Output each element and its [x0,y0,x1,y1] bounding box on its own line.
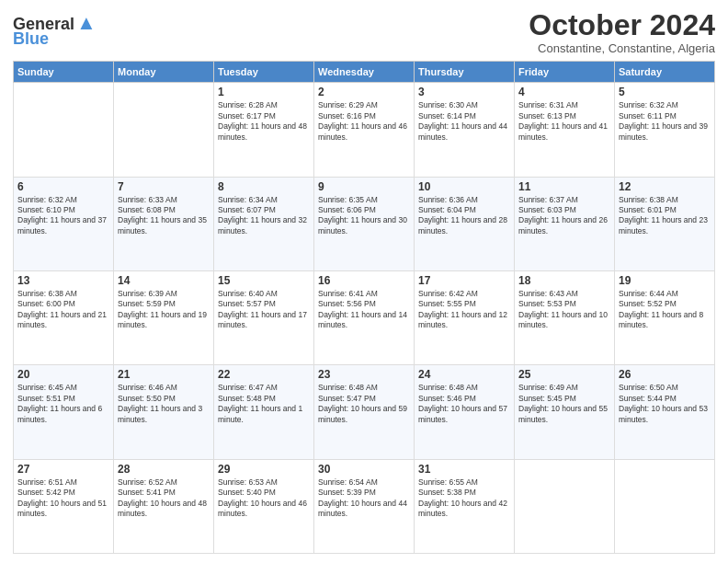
calendar-cell-w3-d5: 17Sunrise: 6:42 AMSunset: 5:55 PMDayligh… [415,270,515,364]
calendar-cell-w2-d4: 9Sunrise: 6:35 AMSunset: 6:06 PMDaylight… [314,177,415,270]
month-title: October 2024 [529,9,715,41]
calendar-cell-w4-d5: 24Sunrise: 6:48 AMSunset: 5:46 PMDayligh… [415,365,515,459]
day-number: 23 [318,368,410,381]
calendar-cell-w4-d6: 25Sunrise: 6:49 AMSunset: 5:45 PMDayligh… [515,365,615,459]
calendar-cell-w3-d6: 18Sunrise: 6:43 AMSunset: 5:53 PMDayligh… [515,270,615,364]
calendar-week-5: 27Sunrise: 6:51 AMSunset: 5:42 PMDayligh… [14,459,715,553]
calendar-cell-w5-d4: 30Sunrise: 6:54 AMSunset: 5:39 PMDayligh… [314,459,415,553]
col-tuesday: Tuesday [214,62,314,83]
day-number: 31 [418,463,510,476]
cell-info: Sunrise: 6:28 AMSunset: 6:17 PMDaylight:… [218,100,307,141]
cell-info: Sunrise: 6:41 AMSunset: 5:56 PMDaylight:… [318,289,407,329]
logo-blue: Blue [13,29,49,49]
day-number: 6 [17,180,109,193]
calendar-cell-w2-d6: 11Sunrise: 6:37 AMSunset: 6:03 PMDayligh… [515,177,615,270]
cell-info: Sunrise: 6:33 AMSunset: 6:08 PMDaylight:… [118,195,207,236]
calendar-cell-w5-d2: 28Sunrise: 6:52 AMSunset: 5:41 PMDayligh… [114,459,214,553]
cell-info: Sunrise: 6:53 AMSunset: 5:40 PMDaylight:… [218,477,307,518]
cell-info: Sunrise: 6:50 AMSunset: 5:44 PMDaylight:… [619,383,708,423]
calendar-cell-w3-d3: 15Sunrise: 6:40 AMSunset: 5:57 PMDayligh… [214,270,314,364]
cell-info: Sunrise: 6:30 AMSunset: 6:14 PMDaylight:… [418,100,507,141]
day-number: 20 [17,368,109,381]
day-number: 16 [318,274,410,287]
title-area: October 2024 Constantine, Constantine, A… [529,9,715,55]
calendar-cell-w4-d3: 22Sunrise: 6:47 AMSunset: 5:48 PMDayligh… [214,365,314,459]
cell-info: Sunrise: 6:34 AMSunset: 6:07 PMDaylight:… [218,195,307,236]
calendar-week-4: 20Sunrise: 6:45 AMSunset: 5:51 PMDayligh… [14,365,715,459]
calendar-cell-w2-d2: 7Sunrise: 6:33 AMSunset: 6:08 PMDaylight… [114,177,214,270]
cell-info: Sunrise: 6:42 AMSunset: 5:55 PMDaylight:… [418,289,507,329]
day-number: 27 [17,463,109,476]
calendar-week-1: 1Sunrise: 6:28 AMSunset: 6:17 PMDaylight… [14,83,715,177]
page: General▲ Blue October 2024 Constantine, … [0,0,728,563]
day-number: 29 [218,463,310,476]
col-saturday: Saturday [615,62,715,83]
cell-info: Sunrise: 6:31 AMSunset: 6:13 PMDaylight:… [518,100,608,141]
cell-info: Sunrise: 6:54 AMSunset: 5:39 PMDaylight:… [318,477,407,518]
day-number: 24 [418,368,510,381]
calendar-cell-w4-d2: 21Sunrise: 6:46 AMSunset: 5:50 PMDayligh… [114,365,214,459]
calendar-header-row: Sunday Monday Tuesday Wednesday Thursday… [14,62,715,83]
cell-info: Sunrise: 6:38 AMSunset: 6:00 PMDaylight:… [17,289,107,329]
day-number: 3 [418,86,510,98]
calendar-cell-w2-d1: 6Sunrise: 6:32 AMSunset: 6:10 PMDaylight… [14,177,114,270]
day-number: 25 [518,368,610,381]
day-number: 1 [218,86,310,98]
day-number: 8 [218,180,310,193]
day-number: 30 [318,463,410,476]
calendar-cell-w5-d3: 29Sunrise: 6:53 AMSunset: 5:40 PMDayligh… [214,459,314,553]
cell-info: Sunrise: 6:47 AMSunset: 5:48 PMDaylight:… [218,383,302,423]
calendar-cell-w4-d7: 26Sunrise: 6:50 AMSunset: 5:44 PMDayligh… [615,365,715,459]
calendar-cell-w5-d6 [515,459,615,553]
day-number: 7 [118,180,210,193]
cell-info: Sunrise: 6:44 AMSunset: 5:52 PMDaylight:… [619,289,703,329]
day-number: 5 [619,86,711,98]
col-sunday: Sunday [14,62,114,83]
cell-info: Sunrise: 6:32 AMSunset: 6:10 PMDaylight:… [17,195,107,236]
day-number: 4 [518,86,610,98]
day-number: 17 [418,274,510,287]
calendar-cell-w3-d4: 16Sunrise: 6:41 AMSunset: 5:56 PMDayligh… [314,270,415,364]
cell-info: Sunrise: 6:35 AMSunset: 6:06 PMDaylight:… [318,195,407,236]
day-number: 14 [118,274,210,287]
calendar-cell-w3-d1: 13Sunrise: 6:38 AMSunset: 6:00 PMDayligh… [14,270,114,364]
day-number: 12 [619,180,711,193]
day-number: 2 [318,86,410,98]
calendar-week-2: 6Sunrise: 6:32 AMSunset: 6:10 PMDaylight… [14,177,715,270]
day-number: 11 [518,180,610,193]
calendar-cell-w1-d4: 2Sunrise: 6:29 AMSunset: 6:16 PMDaylight… [314,83,415,177]
cell-info: Sunrise: 6:39 AMSunset: 5:59 PMDaylight:… [118,289,207,329]
calendar-cell-w1-d5: 3Sunrise: 6:30 AMSunset: 6:14 PMDaylight… [415,83,515,177]
day-number: 18 [518,274,610,287]
day-number: 21 [118,368,210,381]
logo: General▲ Blue [13,13,97,49]
calendar-cell-w3-d2: 14Sunrise: 6:39 AMSunset: 5:59 PMDayligh… [114,270,214,364]
cell-info: Sunrise: 6:49 AMSunset: 5:45 PMDaylight:… [518,383,608,423]
calendar-week-3: 13Sunrise: 6:38 AMSunset: 6:00 PMDayligh… [14,270,715,364]
cell-info: Sunrise: 6:55 AMSunset: 5:38 PMDaylight:… [418,477,507,518]
calendar-cell-w2-d3: 8Sunrise: 6:34 AMSunset: 6:07 PMDaylight… [214,177,314,270]
cell-info: Sunrise: 6:38 AMSunset: 6:01 PMDaylight:… [619,195,708,236]
cell-info: Sunrise: 6:48 AMSunset: 5:47 PMDaylight:… [318,383,407,423]
day-number: 9 [318,180,410,193]
day-number: 28 [118,463,210,476]
cell-info: Sunrise: 6:32 AMSunset: 6:11 PMDaylight:… [619,100,708,141]
calendar-cell-w4-d4: 23Sunrise: 6:48 AMSunset: 5:47 PMDayligh… [314,365,415,459]
cell-info: Sunrise: 6:46 AMSunset: 5:50 PMDaylight:… [118,383,202,423]
cell-info: Sunrise: 6:48 AMSunset: 5:46 PMDaylight:… [418,383,507,423]
calendar-cell-w1-d1 [14,83,114,177]
cell-info: Sunrise: 6:51 AMSunset: 5:42 PMDaylight:… [17,477,107,518]
calendar-table: Sunday Monday Tuesday Wednesday Thursday… [13,61,715,554]
day-number: 15 [218,274,310,287]
cell-info: Sunrise: 6:43 AMSunset: 5:53 PMDaylight:… [518,289,608,329]
day-number: 26 [619,368,711,381]
calendar-cell-w5-d7 [615,459,715,553]
calendar-cell-w1-d6: 4Sunrise: 6:31 AMSunset: 6:13 PMDaylight… [515,83,615,177]
calendar-cell-w3-d7: 19Sunrise: 6:44 AMSunset: 5:52 PMDayligh… [615,270,715,364]
calendar-cell-w5-d1: 27Sunrise: 6:51 AMSunset: 5:42 PMDayligh… [14,459,114,553]
col-monday: Monday [114,62,214,83]
day-number: 22 [218,368,310,381]
day-number: 19 [619,274,711,287]
cell-info: Sunrise: 6:45 AMSunset: 5:51 PMDaylight:… [17,383,102,423]
calendar-cell-w1-d2 [114,83,214,177]
